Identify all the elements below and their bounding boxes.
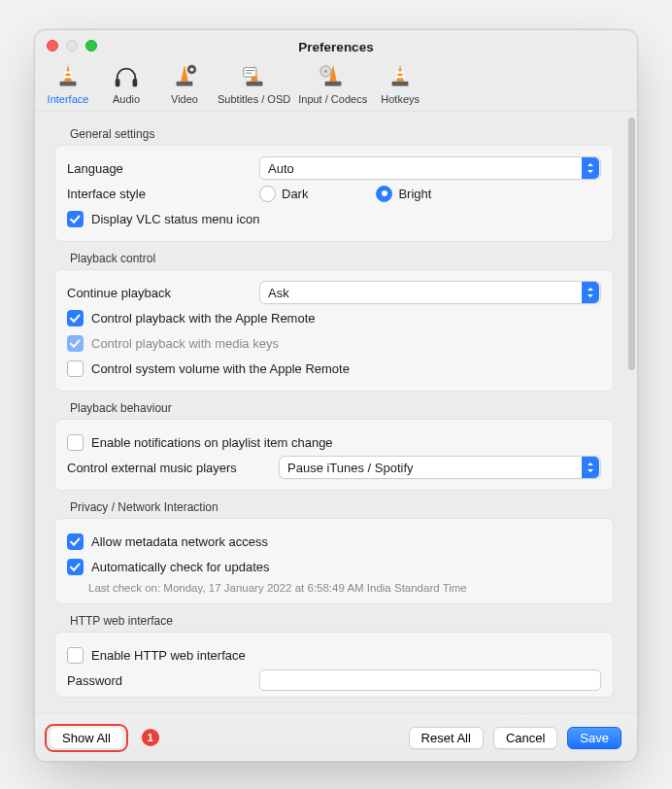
section-title-playback-behaviour: Playback behaviour — [70, 401, 625, 415]
playback-behaviour-card: Enable notifications on playlist item ch… — [54, 419, 614, 491]
general-card: Language Auto Interface style Dark Brigh… — [54, 145, 614, 242]
language-select[interactable]: Auto — [259, 156, 601, 180]
updates-checkbox[interactable] — [67, 559, 84, 575]
interface-style-label: Interface style — [67, 187, 252, 201]
tab-audio[interactable]: Audio — [97, 60, 155, 111]
cone-subtitles-icon — [240, 62, 269, 91]
svg-rect-2 — [60, 82, 77, 86]
status-menu-checkbox[interactable] — [67, 211, 84, 227]
http-enable-label: Enable HTTP web interface — [91, 648, 246, 663]
continue-playback-value: Ask — [268, 286, 289, 300]
annotation-callout: 1 — [142, 729, 159, 746]
svg-rect-3 — [116, 79, 120, 86]
chevron-updown-icon — [582, 457, 599, 478]
preferences-toolbar: Interface Audio Video Subtitles / OSD In… — [35, 54, 637, 112]
zoom-icon[interactable] — [85, 40, 97, 51]
tab-video[interactable]: Video — [155, 60, 214, 111]
radio-icon — [376, 186, 392, 202]
footer: Show All 1 Reset All Cancel Save — [35, 713, 637, 761]
window-controls — [47, 40, 97, 51]
svg-rect-8 — [246, 82, 262, 86]
cone-disc-icon — [319, 62, 348, 91]
last-check-note: Last check on: Monday, 17 January 2022 a… — [88, 582, 601, 594]
radio-dark[interactable]: Dark — [259, 186, 308, 202]
section-title-privacy: Privacy / Network Interaction — [70, 500, 625, 514]
tab-label: Interface — [48, 93, 89, 105]
http-card: Enable HTTP web interface Password — [54, 632, 614, 698]
svg-rect-10 — [324, 82, 341, 86]
continue-playback-select[interactable]: Ask — [259, 281, 601, 304]
radio-bright[interactable]: Bright — [376, 186, 431, 202]
ext-players-value: Pause iTunes / Spotify — [287, 461, 414, 475]
svg-rect-13 — [396, 71, 404, 73]
ext-players-select[interactable]: Pause iTunes / Spotify — [279, 456, 601, 479]
show-all-wrap: Show All — [50, 728, 122, 748]
svg-rect-4 — [133, 79, 138, 86]
tab-label: Hotkeys — [381, 93, 420, 105]
tab-label: Video — [171, 93, 198, 105]
cone-icon — [53, 62, 83, 91]
svg-rect-1 — [63, 76, 72, 78]
tab-hotkeys[interactable]: Hotkeys — [371, 60, 429, 111]
section-title-http: HTTP web interface — [70, 614, 625, 628]
status-menu-label: Display VLC status menu icon — [91, 212, 259, 226]
svg-rect-9 — [243, 68, 255, 77]
password-input[interactable] — [259, 669, 601, 691]
tab-input-codecs[interactable]: Input / Codecs — [294, 60, 371, 111]
svg-rect-14 — [395, 76, 404, 78]
notifications-checkbox[interactable] — [67, 434, 84, 451]
notifications-label: Enable notifications on playlist item ch… — [91, 435, 333, 450]
cancel-button[interactable]: Cancel — [493, 727, 557, 749]
reset-all-button[interactable]: Reset All — [409, 727, 484, 749]
section-title-general: General settings — [70, 127, 625, 141]
svg-rect-0 — [64, 71, 72, 73]
privacy-card: Allow metadata network access Automatica… — [54, 518, 614, 604]
cone-film-icon — [170, 62, 199, 91]
ext-players-label: Control external music players — [67, 461, 271, 475]
tab-label: Subtitles / OSD — [218, 93, 290, 105]
media-keys-checkbox — [67, 335, 84, 352]
minimize-icon[interactable] — [66, 40, 78, 51]
tab-label: Input / Codecs — [298, 93, 367, 105]
continue-playback-label: Continue playback — [67, 286, 252, 300]
updates-label: Automatically check for updates — [91, 560, 270, 574]
content-scroll[interactable]: General settings Language Auto Interface… — [43, 118, 629, 714]
svg-rect-5 — [177, 82, 193, 86]
metadata-label: Allow metadata network access — [91, 534, 268, 549]
section-title-playback-control: Playback control — [70, 252, 625, 265]
apple-remote-checkbox[interactable] — [67, 310, 84, 326]
http-enable-checkbox[interactable] — [67, 647, 84, 664]
tab-subtitles[interactable]: Subtitles / OSD — [214, 60, 294, 111]
metadata-checkbox[interactable] — [67, 533, 84, 550]
scrollbar[interactable] — [628, 118, 635, 370]
chevron-updown-icon — [582, 157, 599, 179]
svg-point-7 — [190, 68, 194, 72]
headphones-icon — [112, 62, 141, 91]
playback-control-card: Continue playback Ask Control playback w… — [54, 269, 614, 392]
preferences-window: Preferences Interface Audio Video Subtit… — [34, 29, 638, 762]
media-keys-label: Control playback with media keys — [91, 336, 279, 351]
sys-volume-checkbox[interactable] — [67, 360, 84, 377]
close-icon[interactable] — [47, 40, 58, 51]
apple-remote-label: Control playback with the Apple Remote — [91, 311, 316, 326]
radio-icon — [259, 186, 276, 202]
password-label: Password — [67, 673, 252, 688]
svg-rect-15 — [392, 82, 409, 86]
sys-volume-label: Control system volume with the Apple Rem… — [91, 361, 350, 376]
show-all-button[interactable]: Show All — [50, 728, 122, 748]
window-title: Preferences — [35, 30, 637, 54]
cone-icon — [386, 62, 415, 91]
language-label: Language — [67, 161, 252, 176]
interface-style-group: Dark Bright — [259, 186, 601, 202]
save-button[interactable]: Save — [567, 727, 622, 749]
language-value: Auto — [268, 161, 294, 176]
content-area: General settings Language Auto Interface… — [35, 112, 637, 761]
tab-interface[interactable]: Interface — [39, 60, 97, 111]
chevron-updown-icon — [582, 282, 599, 303]
svg-point-12 — [324, 70, 327, 73]
tab-label: Audio — [113, 93, 140, 105]
